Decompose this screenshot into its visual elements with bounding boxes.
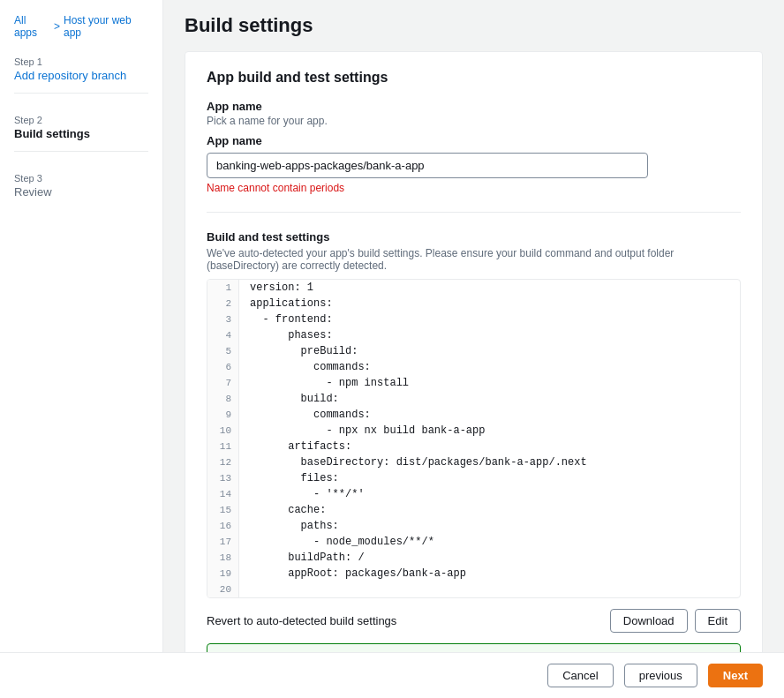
code-line-6: 6 commands: (207, 359, 740, 375)
sidebar-step2: Step 2 Build settings (0, 108, 162, 166)
breadcrumb-current: Host your web app (64, 14, 148, 39)
app-name-hint: Pick a name for your app. (207, 115, 741, 127)
code-line-1: 1version: 1 (207, 280, 740, 296)
breadcrumb: All apps > Host your web app (0, 14, 162, 49)
code-line-2: 2applications: (207, 296, 740, 311)
app-name-error: Name cannot contain periods (207, 182, 741, 194)
code-line-12: 12 baseDirectory: dist/packages/bank-a-a… (207, 454, 740, 470)
app-name-label: App name (207, 100, 741, 113)
app-build-title: App build and test settings (207, 70, 741, 86)
code-line-10: 10 - npx nx build bank-a-app (207, 423, 740, 439)
step3-label: Step 3 (14, 173, 148, 184)
code-line-18: 18 buildPath: / (207, 550, 740, 566)
code-line-7: 7 - npm install (207, 375, 740, 391)
build-settings-hint: We've auto-detected your app's build set… (207, 247, 741, 272)
code-line-9: 9 commands: (207, 407, 740, 423)
code-line-17: 17 - node_modules/**/* (207, 534, 740, 550)
code-line-14: 14 - '**/*' (207, 486, 740, 502)
code-editor: 1version: 1 2applications: 3 - frontend:… (207, 279, 741, 598)
next-button[interactable]: Next (708, 664, 763, 687)
footer: Cancel previous Next (0, 652, 784, 698)
sidebar-item-build-settings: Build settings (14, 127, 148, 152)
step1-label: Step 1 (14, 56, 148, 67)
sidebar-step1: Step 1 Add repository branch (0, 49, 162, 108)
app-name-field-label: App name (207, 134, 741, 147)
sidebar-item-add-repository-branch[interactable]: Add repository branch (14, 69, 148, 94)
main-content: Build settings App build and test settin… (163, 0, 784, 698)
edit-button[interactable]: Edit (695, 609, 741, 633)
code-line-16: 16 paths: (207, 518, 740, 534)
sidebar: All apps > Host your web app Step 1 Add … (0, 0, 163, 698)
code-line-15: 15 cache: (207, 502, 740, 518)
build-settings-label: Build and test settings (207, 230, 741, 244)
app-build-card: App build and test settings App name Pic… (185, 51, 763, 698)
cancel-button[interactable]: Cancel (547, 664, 613, 687)
revert-label: Revert to auto-detected build settings (207, 614, 396, 627)
download-button[interactable]: Download (610, 609, 688, 633)
revert-row: Revert to auto-detected build settings D… (207, 609, 741, 633)
sidebar-item-review: Review (14, 185, 148, 199)
code-line-20: 20 (207, 582, 740, 597)
build-test-group: Build and test settings We've auto-detec… (207, 230, 741, 679)
sidebar-step3: Step 3 Review (0, 166, 162, 206)
code-line-19: 19 appRoot: packages/bank-a-app (207, 566, 740, 582)
previous-button[interactable]: previous (624, 664, 697, 687)
code-line-11: 11 artifacts: (207, 439, 740, 454)
app-name-input[interactable] (207, 153, 648, 178)
step2-label: Step 2 (14, 115, 148, 125)
app-name-group: App name Pick a name for your app. App n… (207, 100, 741, 194)
all-apps-link[interactable]: All apps (14, 14, 50, 39)
code-line-5: 5 preBuild: (207, 343, 740, 359)
breadcrumb-sep: > (54, 20, 60, 33)
code-line-8: 8 build: (207, 391, 740, 407)
code-line-3: 3 - frontend: (207, 311, 740, 327)
action-buttons: Download Edit (610, 609, 741, 633)
page-title: Build settings (185, 14, 763, 37)
code-line-13: 13 files: (207, 470, 740, 486)
code-line-4: 4 phases: (207, 327, 740, 343)
